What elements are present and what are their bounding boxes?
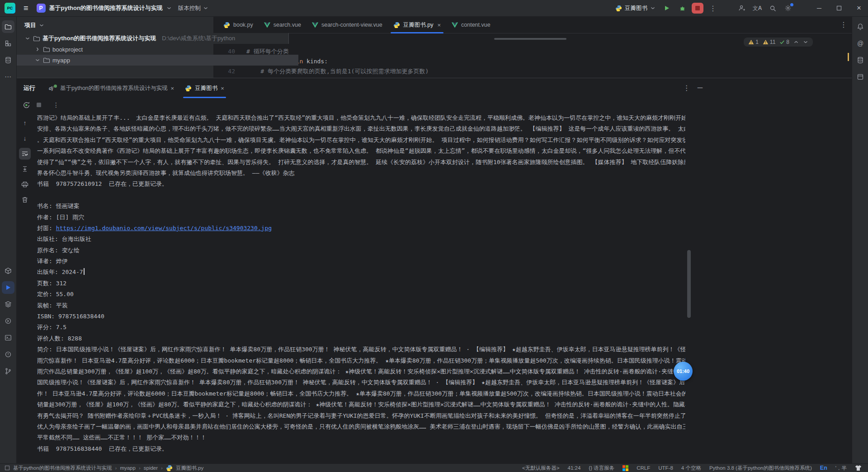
run-tool-icon[interactable]: [2, 281, 14, 294]
scroll-to-end-icon[interactable]: [19, 163, 31, 175]
mail-at-icon[interactable]: @: [854, 37, 867, 50]
translate-button[interactable]: 文A: [750, 2, 764, 14]
change-marker: [848, 53, 849, 61]
editor-tab-label: 豆瓣图书.py: [403, 21, 434, 29]
run-button[interactable]: [660, 2, 674, 14]
database-tool-icon[interactable]: [2, 54, 14, 66]
print-icon[interactable]: [19, 179, 31, 190]
breadcrumb-item[interactable]: spider: [144, 465, 158, 471]
breadcrumb-item[interactable]: 豆瓣图书.py: [176, 465, 203, 472]
run-tab[interactable]: dj基于python的图书借阅推荐系统设计与实现×: [43, 78, 179, 98]
run-header-more-icon[interactable]: ⋮: [683, 84, 690, 92]
stop-button[interactable]: [691, 2, 704, 14]
console-line: 平常截然不同…… 这些画……不正常！！！ 那个家……不对劲！！！: [37, 432, 685, 443]
editor-tab-label: search-content-view.vue: [321, 22, 382, 28]
warning-count[interactable]: 11: [763, 39, 775, 45]
database-icon[interactable]: [854, 54, 867, 66]
maximize-icon: [836, 5, 842, 11]
chevron-right-icon[interactable]: [34, 47, 41, 52]
python-console-icon[interactable]: [2, 315, 14, 327]
warning-count[interactable]: 1: [748, 39, 759, 45]
play-icon: [664, 5, 670, 11]
more-options-icon[interactable]: ⋮: [53, 101, 59, 109]
django-icon: dj: [49, 85, 57, 91]
terminal-icon[interactable]: [2, 331, 14, 344]
more-tools-icon[interactable]: ⋯: [2, 71, 14, 83]
chevron-down-icon: [166, 5, 172, 11]
chevron-down-icon[interactable]: [34, 57, 41, 63]
status-widget[interactable]: 41:24: [568, 465, 581, 471]
tree-row[interactable]: 基于python的图书借阅推荐系统设计与实现D:\dev\咸鱼系统\基于pyth…: [16, 33, 289, 44]
project-folder-icon[interactable]: [2, 20, 14, 33]
shirt-icon[interactable]: [855, 465, 862, 471]
problems-icon[interactable]: [2, 348, 14, 361]
structure-icon[interactable]: [2, 37, 14, 50]
project-widget[interactable]: P 基于python的图书借阅推荐系统设计与实现: [37, 4, 172, 13]
editor-tab[interactable]: content.vue: [446, 17, 496, 33]
maximize-button[interactable]: [830, 0, 848, 16]
editor-tab[interactable]: book.py: [218, 17, 259, 33]
next-issue-icon[interactable]: [803, 39, 808, 45]
services-icon[interactable]: [2, 298, 14, 311]
folder-icon: [43, 57, 50, 64]
run-header-hide-icon[interactable]: ─: [698, 84, 703, 92]
window-icon: [5, 465, 10, 471]
version-control-widget[interactable]: 版本控制: [178, 5, 208, 12]
ok-count[interactable]: 8: [779, 39, 789, 45]
up-stack-trace-icon[interactable]: ↑: [19, 117, 31, 129]
notifications-bell-icon[interactable]: [854, 20, 867, 33]
close-tab-icon[interactable]: ×: [221, 85, 224, 92]
console-line: ISBN: 9787516838440: [37, 311, 685, 322]
more-actions-button[interactable]: ⋮: [706, 2, 720, 14]
status-widget[interactable]: <无默认服务器>: [522, 465, 559, 472]
breadcrumb-item[interactable]: myapp: [120, 465, 136, 471]
main-menu-icon[interactable]: ≡: [22, 4, 30, 13]
soft-wrap-icon[interactable]: [19, 148, 31, 160]
debug-button[interactable]: [675, 2, 689, 14]
editor-tab[interactable]: search.vue: [259, 17, 307, 33]
editor-tabs-more-icon[interactable]: ⋮: [840, 20, 847, 29]
prev-issue-icon[interactable]: [793, 39, 799, 45]
editor-tab[interactable]: 豆瓣图书.py×: [388, 17, 446, 33]
close-tab-icon[interactable]: ×: [437, 22, 441, 28]
close-button[interactable]: ×: [850, 0, 868, 16]
inspections-widget[interactable]: 1118: [744, 38, 813, 47]
cover-url-link[interactable]: https://img1.doubanio.com/view/subject/s…: [56, 225, 272, 231]
win4-icon[interactable]: [623, 465, 628, 471]
sciview-icon[interactable]: [854, 71, 867, 83]
status-widget[interactable]: CRLF: [637, 465, 650, 471]
status-widget[interactable]: UTF-8: [658, 465, 673, 471]
tree-row[interactable]: bookproject: [16, 44, 213, 55]
status-widget[interactable]: En: [820, 465, 827, 471]
status-widget[interactable]: {} 语言服务: [589, 465, 614, 472]
console-line: 书名: 怪画谜案: [37, 201, 685, 212]
status-widget[interactable]: Python 3.8 (基于python的图书借阅推荐系统): [709, 465, 812, 472]
settings-button[interactable]: [781, 2, 795, 14]
chevron-down-icon: [650, 5, 656, 11]
breadcrumb-item[interactable]: 基于python的图书借阅推荐系统设计与实现: [13, 465, 112, 472]
rerun-icon[interactable]: [23, 101, 30, 109]
editor-tab[interactable]: search-content-view.vue: [307, 17, 388, 33]
tree-item-path: D:\dev\咸鱼系统\基于python: [162, 34, 235, 42]
code-with-me-button[interactable]: [735, 2, 749, 14]
console-output[interactable]: 西游记》结局的基础上展开了丰... 太白金星李长庚最近有点烦。 天庭和西天联合推…: [37, 113, 685, 454]
close-tab-icon[interactable]: ×: [171, 85, 175, 92]
stop-icon-disabled[interactable]: [36, 102, 42, 108]
run-configuration-select[interactable]: 豆瓣图书: [615, 5, 656, 12]
run-tab[interactable]: 豆瓣图书×: [179, 78, 230, 98]
down-stack-trace-icon[interactable]: ↓: [19, 132, 31, 144]
breadcrumb-separator: ›: [161, 465, 163, 471]
file-type-vue-icon: [264, 22, 270, 28]
minimize-button[interactable]: ─: [810, 0, 828, 16]
status-widget[interactable]: 4 个空格: [681, 465, 701, 472]
project-panel-header[interactable]: 项目: [16, 17, 213, 33]
floating-ime-badge[interactable]: 01:40: [674, 362, 693, 381]
tree-row[interactable]: myapp: [16, 55, 298, 66]
console-scrollbar[interactable]: [687, 250, 691, 318]
clear-all-icon[interactable]: [19, 194, 31, 206]
search-everywhere-button[interactable]: [766, 2, 779, 14]
status-widget[interactable]: '，半: [835, 465, 847, 472]
version-control-icon[interactable]: [2, 365, 14, 378]
packages-icon[interactable]: [2, 264, 14, 277]
chevron-down-icon[interactable]: [24, 36, 31, 41]
